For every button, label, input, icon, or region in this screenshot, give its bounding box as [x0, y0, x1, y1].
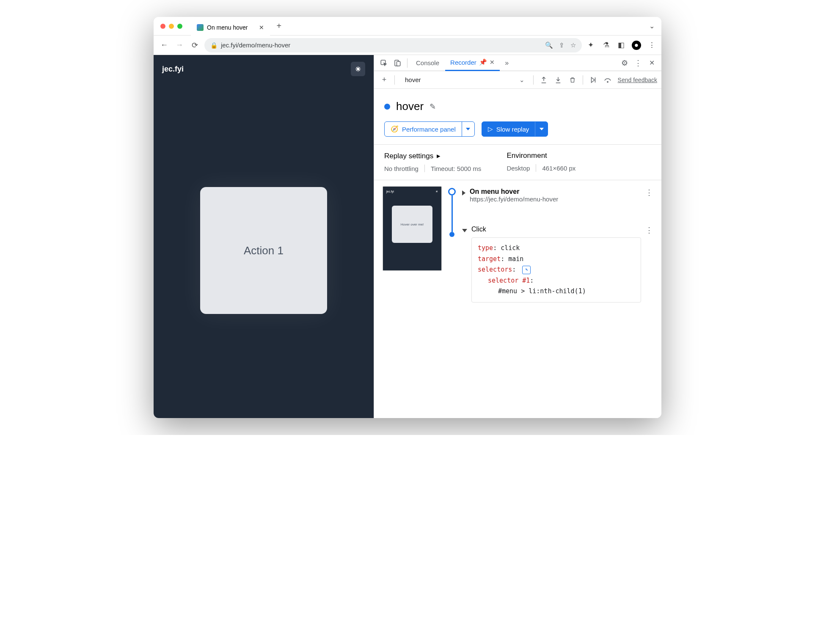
close-panel-icon[interactable]: ✕ [490, 59, 495, 66]
tab-favicon [197, 24, 204, 31]
tab-recorder[interactable]: Recorder 📌 ✕ [445, 55, 500, 71]
title-bar: On menu hover ✕ + ⌄ [154, 17, 661, 36]
new-tab-button[interactable]: + [277, 21, 282, 31]
step-thumbnail[interactable]: jec.fyi Hover over me! [383, 186, 442, 271]
play-icon: ▷ [488, 125, 493, 133]
forward-button[interactable]: → [174, 40, 185, 51]
env-size: 461×660 px [542, 165, 575, 172]
page-content: jec.fyi ☀ Action 1 [154, 55, 374, 418]
new-recording-button[interactable]: + [378, 74, 390, 86]
pick-selector-icon[interactable]: ⬉ [522, 266, 531, 274]
extension-icons: ✦ ⚗ ◧ ● ⋮ [586, 41, 656, 50]
collapse-icon[interactable] [462, 229, 467, 232]
performance-dropdown[interactable] [462, 122, 474, 136]
extensions-icon[interactable]: ✦ [586, 41, 595, 50]
browser-tab[interactable]: On menu hover ✕ [191, 19, 270, 36]
step-forward-icon[interactable] [587, 74, 599, 86]
step-row: jec.fyi Hover over me! [383, 186, 653, 304]
recorder-toolbar: + hover ⌄ [374, 71, 661, 89]
side-panel-icon[interactable]: ◧ [617, 41, 626, 50]
close-devtools-icon[interactable]: ✕ [645, 57, 658, 69]
separator [583, 75, 583, 85]
step1-menu-icon[interactable]: ⋮ [645, 188, 653, 197]
step2-menu-icon[interactable]: ⋮ [645, 226, 653, 235]
separator [533, 75, 534, 85]
step2-title: Click [471, 226, 641, 233]
env-device: Desktop [507, 165, 530, 172]
selector-label: selector #1 [488, 277, 530, 284]
window-controls [160, 24, 182, 29]
thumb-card: Hover over me! [392, 206, 432, 243]
site-brand: jec.fyi [162, 65, 184, 74]
chrome-menu-icon[interactable]: ⋮ [647, 41, 656, 50]
card-container: Action 1 [154, 83, 374, 418]
val-target: main [508, 255, 523, 263]
action-card[interactable]: Action 1 [200, 187, 327, 314]
page-header: jec.fyi ☀ [154, 55, 374, 83]
minimize-window-button[interactable] [169, 24, 174, 29]
step-over-icon[interactable] [602, 74, 614, 86]
edit-title-icon[interactable]: ✎ [430, 102, 436, 111]
settings-row: Replay settings ▸ No throttling Timeout:… [374, 144, 661, 180]
maximize-window-button[interactable] [177, 24, 182, 29]
val-type: click [501, 244, 520, 252]
tab-list-button[interactable]: ⌄ [649, 22, 655, 30]
address-bar[interactable]: 🔒 jec.fyi/demo/menu-hover 🔍 ⇪ ☆ [204, 38, 582, 52]
import-icon[interactable] [552, 74, 564, 86]
tab-recorder-label: Recorder [450, 59, 476, 66]
separator [536, 164, 536, 172]
steps-list: jec.fyi Hover over me! [374, 180, 661, 418]
gauge-icon: 🧭 [391, 125, 399, 133]
close-window-button[interactable] [160, 24, 165, 29]
inspect-icon[interactable] [377, 57, 390, 69]
device-toggle-icon[interactable] [391, 57, 404, 69]
reload-button[interactable]: ⟳ [189, 40, 200, 51]
export-icon[interactable] [538, 74, 550, 86]
labs-icon[interactable]: ⚗ [601, 41, 611, 50]
replay-dropdown[interactable] [535, 122, 548, 136]
svg-rect-2 [397, 61, 400, 66]
replay-settings-group: Replay settings ▸ No throttling Timeout:… [384, 151, 481, 172]
recording-dropdown-icon[interactable]: ⌄ [515, 76, 529, 84]
recording-select[interactable]: hover [399, 76, 427, 83]
timeout-value: Timeout: 5000 ms [431, 165, 482, 172]
url-text: jec.fyi/demo/menu-hover [221, 41, 290, 49]
key-target: target [478, 255, 501, 263]
selector-value: #menu > li:nth-child(1) [478, 286, 635, 297]
delete-icon[interactable] [567, 74, 578, 86]
lock-icon: 🔒 [210, 42, 218, 49]
recording-title-row: hover ✎ [384, 100, 651, 113]
timeline-step-marker [449, 232, 454, 237]
profile-icon[interactable]: ● [632, 41, 641, 50]
theme-toggle-button[interactable]: ☀ [351, 62, 365, 76]
throttling-value: No throttling [384, 165, 419, 172]
back-button[interactable]: ← [159, 40, 170, 51]
timeline [448, 186, 456, 237]
more-tabs-icon[interactable]: » [501, 57, 513, 69]
timeline-connector [452, 195, 453, 232]
zoom-icon[interactable]: 🔍 [545, 41, 553, 49]
performance-panel-button[interactable]: 🧭 Performance panel [384, 121, 475, 137]
devtools-tabs: Console Recorder 📌 ✕ » ⚙ ⋮ ✕ [374, 55, 661, 71]
replay-label: Slow replay [496, 126, 529, 133]
pin-icon: 📌 [479, 58, 487, 66]
send-feedback-link[interactable]: Send feedback [618, 77, 657, 83]
recording-title: hover [396, 100, 424, 113]
tab-close-icon[interactable]: ✕ [259, 24, 264, 31]
environment-group: Environment Desktop 461×660 px [507, 151, 575, 172]
environment-header: Environment [507, 151, 575, 160]
thumb-brand: jec.fyi [386, 190, 438, 193]
replay-button[interactable]: ▷ Slow replay [482, 121, 548, 137]
step-navigate[interactable]: On menu hover https://jec.fyi/demo/menu-… [462, 186, 653, 204]
tab-console-label: Console [416, 59, 439, 66]
settings-icon[interactable]: ⚙ [618, 57, 631, 69]
expand-icon[interactable] [462, 190, 465, 195]
devtools-menu-icon[interactable]: ⋮ [632, 57, 644, 69]
replay-settings-header[interactable]: Replay settings ▸ [384, 151, 481, 160]
tab-title: On menu hover [207, 24, 248, 31]
star-icon[interactable]: ☆ [570, 41, 576, 49]
tab-console[interactable]: Console [411, 55, 444, 71]
share-icon[interactable]: ⇪ [559, 41, 564, 49]
step-details: type: click target: main selectors: ⬉ se… [471, 237, 641, 303]
step-click[interactable]: Click type: click target: main selectors… [462, 224, 653, 304]
